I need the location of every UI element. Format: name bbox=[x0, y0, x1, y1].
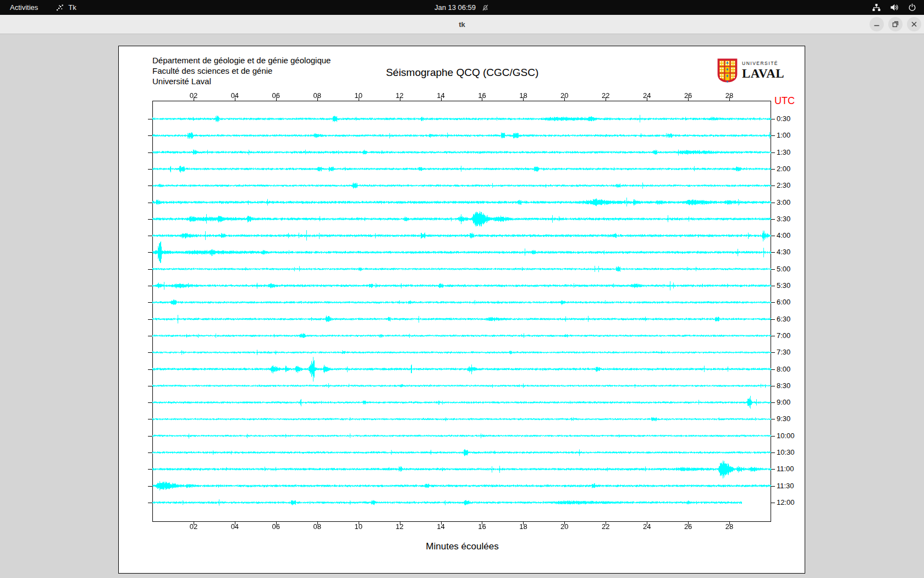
utc-time-label: 6:00 bbox=[777, 298, 790, 306]
x-tick-label-bottom: 26 bbox=[684, 522, 692, 531]
clock-label: Jan 13 06:59 bbox=[435, 3, 476, 12]
utc-label: UTC bbox=[774, 95, 795, 107]
utc-time-label: 4:30 bbox=[777, 248, 790, 256]
utc-time-label: 5:00 bbox=[777, 265, 790, 273]
x-axis-title: Minutes écoulées bbox=[119, 541, 806, 552]
x-tick-label-bottom: 22 bbox=[602, 522, 609, 531]
x-tick-label-top: 08 bbox=[313, 91, 321, 100]
x-tick-label-bottom: 16 bbox=[478, 522, 486, 531]
tk-app-icon bbox=[56, 4, 64, 12]
utc-time-label: 2:00 bbox=[777, 165, 790, 173]
close-icon bbox=[911, 21, 917, 28]
x-tick-label-bottom: 12 bbox=[395, 522, 403, 531]
chart-title: Séismographe QCQ (CGC/GSC) bbox=[119, 67, 806, 79]
x-tick-label-top: 12 bbox=[395, 91, 403, 100]
utc-time-label: 1:30 bbox=[777, 148, 790, 156]
utc-time-label: 6:30 bbox=[777, 315, 790, 323]
x-tick-label-bottom: 02 bbox=[190, 522, 197, 531]
x-tick-label-top: 26 bbox=[684, 91, 692, 100]
x-tick-label-top: 02 bbox=[190, 91, 197, 100]
power-icon bbox=[908, 3, 916, 12]
volume-icon bbox=[890, 3, 899, 12]
x-tick-label-top: 20 bbox=[560, 91, 568, 100]
close-button[interactable] bbox=[907, 17, 921, 31]
activities-button[interactable]: Activities bbox=[0, 0, 48, 15]
utc-time-label: 7:30 bbox=[777, 348, 790, 356]
x-tick-label-bottom: 06 bbox=[272, 522, 280, 531]
x-tick-label-top: 16 bbox=[478, 91, 486, 100]
x-tick-label-bottom: 18 bbox=[519, 522, 527, 531]
x-tick-label-bottom: 08 bbox=[313, 522, 321, 531]
utc-time-label: 10:00 bbox=[777, 432, 795, 440]
x-tick-label-top: 24 bbox=[643, 91, 651, 100]
app-name-label: Tk bbox=[68, 3, 76, 12]
x-tick-label-top: 22 bbox=[602, 91, 609, 100]
utc-time-label: 10:30 bbox=[777, 448, 795, 456]
clock-menu[interactable]: Jan 13 06:59 bbox=[435, 0, 490, 15]
utc-time-label: 7:00 bbox=[777, 331, 790, 340]
utc-time-label: 8:30 bbox=[777, 381, 790, 390]
window-title-bar[interactable]: tk bbox=[0, 15, 924, 34]
bell-slash-icon bbox=[481, 4, 490, 12]
x-tick-label-bottom: 28 bbox=[725, 522, 733, 531]
system-status-area[interactable] bbox=[872, 0, 924, 15]
institution-line-1: Département de géologie et de génie géol… bbox=[152, 55, 331, 66]
utc-time-label: 9:00 bbox=[777, 398, 790, 406]
utc-time-label: 4:00 bbox=[777, 231, 790, 239]
minimize-icon bbox=[873, 21, 880, 28]
x-tick-label-top: 10 bbox=[354, 91, 362, 100]
maximize-button[interactable] bbox=[888, 17, 903, 31]
x-tick-label-top: 18 bbox=[519, 91, 527, 100]
utc-time-label: 1:00 bbox=[777, 131, 790, 139]
x-tick-label-bottom: 24 bbox=[643, 522, 651, 531]
x-tick-label-bottom: 04 bbox=[231, 522, 239, 531]
x-tick-label-top: 14 bbox=[437, 91, 444, 100]
network-icon bbox=[872, 3, 881, 12]
utc-time-label: 11:00 bbox=[777, 465, 794, 473]
utc-time-label: 8:00 bbox=[777, 365, 790, 373]
utc-time-label: 0:30 bbox=[777, 114, 790, 123]
x-tick-label-bottom: 14 bbox=[437, 522, 444, 531]
x-tick-label-bottom: 20 bbox=[560, 522, 568, 531]
utc-time-label: 5:30 bbox=[777, 281, 790, 290]
window-title: tk bbox=[0, 15, 924, 34]
utc-time-label: 3:00 bbox=[777, 198, 790, 206]
universite-laval-logo: UNIVERSITÉ LAVAL bbox=[717, 58, 784, 83]
seismogram-canvas bbox=[147, 96, 776, 526]
utc-time-label: 11:30 bbox=[777, 482, 794, 490]
top-bar: Activities Tk Jan 13 06:59 bbox=[0, 0, 924, 15]
utc-time-label: 9:30 bbox=[777, 415, 790, 423]
logo-laval-label: LAVAL bbox=[742, 67, 784, 80]
x-tick-label-top: 06 bbox=[272, 91, 280, 100]
seismograph-window: Département de géologie et de génie géol… bbox=[118, 46, 805, 574]
x-tick-label-top: 28 bbox=[725, 91, 733, 100]
utc-time-label: 3:30 bbox=[777, 215, 790, 223]
utc-time-label: 12:00 bbox=[777, 498, 795, 506]
laval-shield-icon bbox=[717, 58, 738, 83]
logo-universite-label: UNIVERSITÉ bbox=[742, 61, 784, 66]
focused-app-indicator[interactable]: Tk bbox=[56, 3, 76, 12]
x-tick-label-top: 04 bbox=[231, 91, 239, 100]
maximize-icon bbox=[892, 21, 899, 28]
utc-time-label: 2:30 bbox=[777, 181, 790, 189]
desktop: Département de géologie et de génie géol… bbox=[0, 35, 924, 578]
minimize-button[interactable] bbox=[870, 17, 884, 31]
x-tick-label-bottom: 10 bbox=[354, 522, 362, 531]
